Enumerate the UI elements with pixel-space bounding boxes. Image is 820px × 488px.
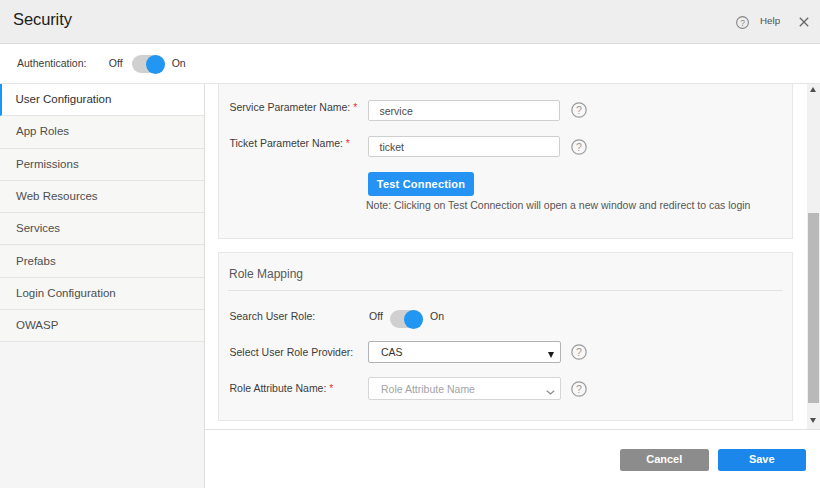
svg-text:?: ? [576, 140, 582, 152]
svg-text:?: ? [740, 17, 745, 27]
svg-text:?: ? [576, 104, 582, 116]
svg-text:?: ? [576, 382, 582, 394]
svg-text:?: ? [576, 346, 582, 358]
